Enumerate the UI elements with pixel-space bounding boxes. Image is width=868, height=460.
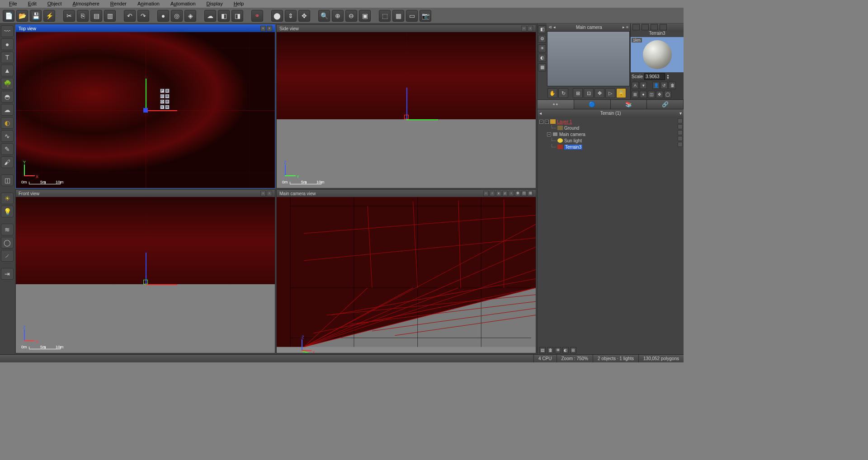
cube-primitive-icon[interactable]: ◫	[1, 174, 14, 186]
save-file-icon[interactable]: 💾	[30, 10, 42, 22]
obj-btn-cyl-icon[interactable]: ◯	[664, 91, 671, 98]
preview-snap-icon[interactable]: ⊡	[584, 88, 594, 98]
viewport-cam-nav5-icon[interactable]: ⊞	[528, 191, 533, 196]
tree-label-layer[interactable]: Layer 1	[557, 119, 572, 124]
viewport-cam-nav3-icon[interactable]: ✥	[515, 191, 520, 196]
menu-atmosphere[interactable]: Atmosphere	[67, 0, 105, 8]
material-preview[interactable]: 1km	[631, 37, 684, 72]
preview-mode5-icon[interactable]: ▦	[538, 63, 546, 71]
tree-row-sun[interactable]: Sun light	[539, 137, 682, 144]
timeline-icon[interactable]: ▦	[392, 10, 404, 22]
tree-label-ground[interactable]: Ground	[564, 126, 579, 131]
obj-btn-move-icon[interactable]: ✥	[656, 91, 663, 98]
preview-grid-icon[interactable]: ⊞	[573, 88, 583, 98]
scale-spinner-icon[interactable]: ▲▼	[666, 74, 670, 80]
viewport-front[interactable]: Front view ▫ ▫ Z X	[15, 189, 275, 353]
preview-move-icon[interactable]: ✥	[594, 88, 604, 98]
scene-tree[interactable]: − − Layer 1 Ground + Main camera	[538, 117, 684, 346]
sculpt-tool-icon[interactable]: ✎	[1, 143, 14, 155]
preview-mode4-icon[interactable]: ◐	[538, 54, 546, 62]
menu-render[interactable]: Render	[105, 0, 132, 8]
tree-row-terrain[interactable]: Terrain3	[539, 144, 682, 150]
atmosphere-icon[interactable]: ☁	[204, 10, 216, 22]
planet-tool-icon[interactable]: ◐	[1, 117, 14, 129]
obj-edit-icon[interactable]	[632, 24, 640, 30]
plant-tool-icon[interactable]: 🌳	[1, 78, 14, 89]
preview-play-icon[interactable]: ▷	[605, 88, 615, 98]
tree-label-camera[interactable]: Main camera	[559, 132, 585, 137]
viewport-side[interactable]: Side view ▫ ▫	[276, 24, 536, 188]
obj-btn-grid-icon[interactable]: ⊞	[632, 91, 639, 98]
scale-tool-icon[interactable]: ⇕	[285, 10, 297, 22]
new-file-icon[interactable]: 📄	[3, 10, 14, 22]
film-icon[interactable]: ⬚	[379, 10, 391, 22]
menu-edit[interactable]: Edit	[23, 0, 42, 8]
cloud-tool-icon[interactable]: ☁	[1, 104, 14, 116]
render-icon[interactable]: ●	[157, 10, 169, 22]
scale-input[interactable]	[644, 73, 665, 80]
tree-row-layer[interactable]: − − Layer 1	[539, 118, 682, 125]
terrain-tool-icon[interactable]: ▲	[1, 65, 14, 76]
menu-object[interactable]: Object	[42, 0, 67, 8]
panel-collapse-icon[interactable]: ◂	[539, 111, 542, 116]
obj-btn-a[interactable]: A	[632, 82, 639, 89]
preview-mode1-icon[interactable]: ◧	[538, 25, 546, 33]
next-camera-icon[interactable]: ▸ ≡	[623, 25, 628, 29]
sphere-tool-icon[interactable]: ●	[1, 38, 14, 50]
link-icon[interactable]: ⚭	[251, 10, 263, 22]
tree-eye-icon[interactable]: 👁	[555, 347, 561, 353]
zoom-out-icon[interactable]: ⊖	[345, 10, 357, 22]
expand-layer2-icon[interactable]: −	[545, 120, 549, 124]
tree-new-icon[interactable]: ▤	[539, 347, 546, 353]
copy-icon[interactable]: ⎘	[77, 10, 89, 22]
tree-vis4-icon[interactable]	[678, 136, 683, 141]
tree-label-sun[interactable]: Sun light	[564, 138, 582, 143]
spline-tool-icon[interactable]: ∿	[1, 130, 14, 142]
tree-row-ground[interactable]: Ground	[539, 125, 682, 131]
tab-materials[interactable]: 🔵	[574, 100, 611, 109]
tree-vis3-icon[interactable]	[678, 130, 683, 135]
obj-sculpt-icon[interactable]	[651, 24, 658, 30]
tree-vis2-icon[interactable]	[678, 124, 683, 129]
obj-btn-cube-icon[interactable]: ◫	[648, 91, 655, 98]
move-tool-icon[interactable]: ✥	[298, 10, 310, 22]
prev-camera-icon[interactable]: ⊲ ◂	[548, 25, 556, 29]
tree-row-camera[interactable]: + Main camera	[539, 131, 682, 137]
panel-menu-icon[interactable]: ▾	[679, 111, 682, 116]
open-file-icon[interactable]: 📂	[16, 10, 28, 22]
undo-icon[interactable]: ↶	[124, 10, 136, 22]
wind-tool-icon[interactable]: ≋	[1, 224, 14, 235]
tab-objects[interactable]: 👓	[538, 100, 574, 109]
preview-mode2-icon[interactable]: ⚙	[538, 35, 546, 43]
water-tool-icon[interactable]: 〰	[1, 25, 14, 37]
menu-automation[interactable]: Automation	[165, 0, 201, 8]
tree-label-terrain[interactable]: Terrain3	[564, 145, 582, 150]
obj-link-icon[interactable]	[660, 24, 667, 30]
viewport-cam-opt1-icon[interactable]: ▫	[483, 191, 489, 196]
render-region-icon[interactable]: ◎	[171, 10, 183, 22]
select-tool-icon[interactable]: ⬤	[271, 10, 283, 22]
menu-file[interactable]: File	[4, 0, 23, 8]
viewport-cam-nav-z-icon[interactable]: z	[502, 191, 508, 196]
zoom-icon[interactable]: ⊕	[332, 10, 344, 22]
viewport-side-opt2-icon[interactable]: ▫	[528, 26, 533, 31]
viewport-camera[interactable]: Main camera view ▫ ▫ x z ◦ ✥ ⊡ ⊞	[276, 189, 536, 353]
cut-icon[interactable]: ✂	[63, 10, 75, 22]
expand-layer-icon[interactable]: −	[539, 120, 543, 124]
export-tool-icon[interactable]: ⇥	[1, 268, 14, 280]
viewport-side-opt1-icon[interactable]: ▫	[521, 26, 527, 31]
tab-links[interactable]: 🔗	[647, 100, 684, 109]
menu-animation[interactable]: Animation	[132, 0, 165, 8]
tree-opt1-icon[interactable]: ◐	[562, 347, 569, 353]
preview-pan-icon[interactable]: ✋	[547, 88, 557, 98]
camera-icon[interactable]: 📷	[420, 10, 431, 22]
zoom-in-icon[interactable]: 🔍	[318, 10, 330, 22]
viewport-top-opt1-icon[interactable]: ▫	[260, 26, 266, 31]
paint-tool-icon[interactable]: 🖌	[1, 156, 14, 168]
viewport-front-opt1-icon[interactable]: ▫	[260, 191, 266, 196]
tree-opt2-icon[interactable]: ⊞	[570, 347, 576, 353]
obj-btn-dropdown-icon[interactable]: ▾	[640, 82, 647, 89]
viewport-cam-nav4-icon[interactable]: ⊡	[521, 191, 527, 196]
tab-library[interactable]: 📚	[611, 100, 647, 109]
render-settings-icon[interactable]: ◈	[184, 10, 196, 22]
